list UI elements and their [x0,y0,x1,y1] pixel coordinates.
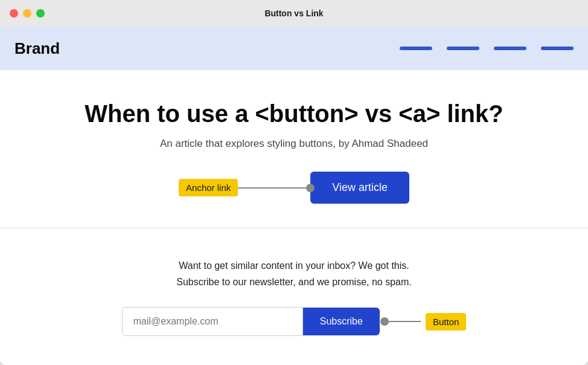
email-input[interactable] [122,307,303,336]
brand-logo[interactable]: Brand [14,39,60,58]
newsletter-section: Want to get similar content in your inbo… [0,228,588,365]
view-article-button[interactable]: View article [310,172,409,204]
navbar: Brand [0,27,588,70]
annotation-row: Anchor link View article [0,172,588,204]
nav-link-3[interactable] [494,47,526,50]
newsletter-form: Subscribe Button [122,307,467,336]
window-title: Button vs Link [264,8,323,18]
nav-links [400,47,574,50]
close-button[interactable] [10,9,18,18]
minimize-button[interactable] [23,9,31,18]
titlebar: Button vs Link [0,0,588,27]
nav-link-1[interactable] [400,47,432,50]
right-connector-line [385,321,421,322]
maximize-button[interactable] [36,9,45,18]
hero-subtitle: An article that explores styling buttons… [0,138,588,150]
newsletter-text: Want to get similar content in your inbo… [176,257,412,290]
newsletter-line2: Subscribe to our newsletter, and we prom… [176,277,412,287]
left-connector-dot [306,184,315,192]
subscribe-button[interactable]: Subscribe [303,308,380,335]
nav-link-4[interactable] [541,47,574,50]
hero-title: When to use a <button> vs <a> link? [0,99,588,128]
left-connector-line [238,187,310,189]
app-window: Button vs Link Brand When to use a <butt… [0,0,588,365]
main-content: When to use a <button> vs <a> link? An a… [0,70,588,365]
anchor-label: Anchor link [179,179,238,196]
nav-link-2[interactable] [447,47,479,50]
hero-section: When to use a <button> vs <a> link? An a… [0,70,588,228]
traffic-lights [10,9,45,18]
newsletter-line1: Want to get similar content in your inbo… [179,260,409,271]
button-label: Button [426,313,466,331]
right-connector-dot [380,317,389,326]
